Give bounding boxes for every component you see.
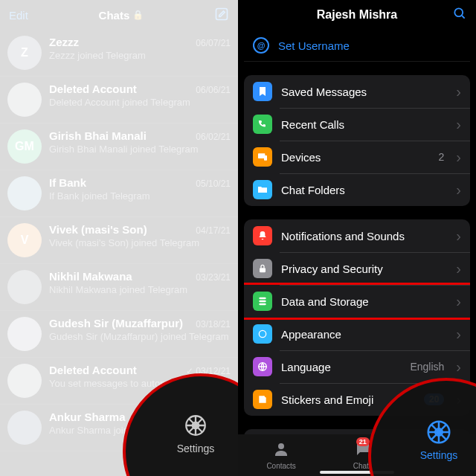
chat-subtitle: Zezzz joined Telegram	[49, 50, 231, 61]
gear-icon	[425, 436, 453, 448]
chat-subtitle: Deleted Account joined Telegram	[49, 97, 231, 108]
bell-icon	[253, 226, 272, 245]
svg-rect-6	[260, 268, 266, 272]
chats-title: Chats 🔒	[99, 9, 144, 22]
chat-date: 04/17/21	[196, 225, 231, 236]
chat-date: 06/02/21	[196, 132, 231, 142]
avatar	[7, 176, 42, 210]
search-icon[interactable]	[452, 6, 467, 24]
left-screenshot: Edit Chats 🔒 ZZezzz06/07/21Zezzz joined …	[0, 0, 238, 476]
settings-row-appearance[interactable]: Appearance›	[244, 318, 470, 350]
row-label: Chat Folders	[281, 184, 447, 196]
bookmark-icon	[253, 82, 272, 101]
avatar	[7, 411, 42, 445]
chat-row[interactable]: If Bank05/10/21If Bank joined Telegram	[0, 170, 238, 217]
row-label: Privacy and Security	[281, 263, 447, 275]
chat-row[interactable]: Gudesh Sir (Muzaffarpur)03/18/21Gudesh S…	[0, 311, 238, 358]
edit-button[interactable]: Edit	[9, 9, 28, 22]
svg-point-3	[454, 8, 463, 16]
settings-scroll[interactable]: @ Set Username Saved Messages›Recent Cal…	[238, 30, 476, 434]
settings-row-saved-messages[interactable]: Saved Messages›	[244, 75, 470, 108]
chat-row[interactable]: GMGirish Bhai Manali06/02/21Girish Bhai …	[0, 123, 238, 170]
settings-row-data-and-storage[interactable]: Data and Storage›	[244, 283, 470, 320]
gear-icon	[183, 428, 208, 440]
svg-rect-9	[259, 303, 266, 306]
at-icon: @	[253, 37, 269, 54]
svg-rect-4	[258, 153, 265, 158]
devices-icon	[253, 147, 272, 167]
chat-row[interactable]: ZZezzz06/07/21Zezzz joined Telegram	[0, 30, 238, 77]
settings-tab-active[interactable]: Settings	[420, 418, 458, 461]
chat-name: Nikhil Makwana	[49, 270, 132, 283]
avatar: V	[7, 223, 42, 257]
row-label: Devices	[281, 151, 430, 164]
chat-name: Ankur Sharma	[49, 411, 126, 423]
chevron-right-icon: ›	[456, 261, 461, 276]
tab-contacts[interactable]: Contacts	[266, 440, 295, 470]
chevron-right-icon: ›	[456, 294, 461, 309]
settings-row-privacy-and-security[interactable]: Privacy and Security›	[244, 252, 470, 285]
lock-icon: 🔒	[132, 10, 144, 20]
chat-row[interactable]: Nikhil Makwana03/23/21Nikhil Makwana joi…	[0, 264, 238, 311]
settings-tab-label: Settings	[177, 443, 215, 454]
set-username-row[interactable]: @ Set Username	[244, 30, 470, 62]
chat-name: Deleted Account	[49, 83, 137, 95]
lock-icon	[253, 259, 272, 278]
avatar	[7, 317, 42, 351]
settings-tab-active-label: Settings	[420, 449, 458, 461]
chat-date: 03/23/21	[196, 272, 231, 283]
avatar: GM	[7, 129, 42, 164]
settings-row-chat-folders[interactable]: Chat Folders›	[244, 173, 470, 206]
avatar: Z	[7, 36, 42, 70]
svg-rect-8	[259, 300, 266, 303]
chat-name: If Bank	[49, 176, 86, 189]
folder-icon	[253, 180, 272, 199]
chat-subtitle: Girish Bhai Manali joined Telegram	[49, 144, 231, 155]
avatar	[7, 364, 42, 398]
settings-row-devices[interactable]: Devices2›	[244, 141, 470, 173]
profile-name: Rajesh Mishra	[317, 8, 397, 22]
avatar	[7, 83, 42, 117]
chat-date: 06/07/21	[196, 38, 231, 48]
chat-date: 05/10/21	[196, 178, 231, 189]
settings-row-recent-calls[interactable]: Recent Calls›	[244, 108, 470, 141]
row-label: Saved Messages	[281, 86, 447, 98]
circle-icon	[253, 324, 272, 344]
avatar	[7, 270, 42, 304]
chat-name: Deleted Account	[49, 364, 137, 376]
sticker-icon	[253, 390, 272, 409]
data-icon	[253, 292, 272, 311]
svg-rect-7	[259, 298, 266, 300]
row-label: Data and Storage	[281, 295, 447, 308]
chat-date: 06/06/21	[196, 85, 231, 95]
chevron-right-icon: ›	[456, 359, 461, 374]
chevron-right-icon: ›	[456, 327, 461, 341]
row-trail: English	[410, 361, 444, 373]
row-trail: 2	[439, 151, 445, 163]
chat-subtitle: Vivek (masi's Son) joined Telegram	[49, 237, 231, 248]
chat-row[interactable]: Deleted Account06/06/21Deleted Account j…	[0, 77, 238, 123]
chevron-right-icon: ›	[456, 149, 461, 164]
svg-point-14	[278, 443, 284, 449]
settings-row-notifications-and-sounds[interactable]: Notifications and Sounds›	[244, 219, 470, 252]
chat-subtitle: Gudesh Sir (Muzaffarpur) joined Telegram	[49, 331, 231, 342]
svg-point-10	[259, 330, 266, 337]
chat-name: Girish Bhai Manali	[49, 129, 147, 142]
right-screenshot: Rajesh Mishra @ Set Username Saved Messa…	[238, 0, 476, 476]
settings-group-1: Saved Messages›Recent Calls›Devices2›Cha…	[244, 75, 470, 206]
chevron-right-icon: ›	[456, 84, 461, 99]
chat-date: 03/18/21	[196, 319, 231, 329]
chat-subtitle: Nikhil Makwana joined Telegram	[49, 284, 231, 295]
globe-icon	[253, 357, 272, 376]
row-label: Recent Calls	[281, 118, 447, 131]
set-username-label: Set Username	[278, 39, 350, 52]
row-label: Notifications and Sounds	[281, 230, 447, 242]
compose-icon[interactable]	[214, 7, 229, 24]
svg-rect-0	[216, 8, 227, 19]
tab-contacts-label: Contacts	[266, 462, 295, 470]
chat-name: Vivek (masi's Son)	[49, 223, 147, 236]
chat-row[interactable]: VVivek (masi's Son)04/17/21Vivek (masi's…	[0, 217, 238, 264]
settings-tab[interactable]: Settings	[177, 413, 215, 454]
row-label: Language	[281, 361, 401, 373]
chats-header: Edit Chats 🔒	[0, 0, 238, 30]
